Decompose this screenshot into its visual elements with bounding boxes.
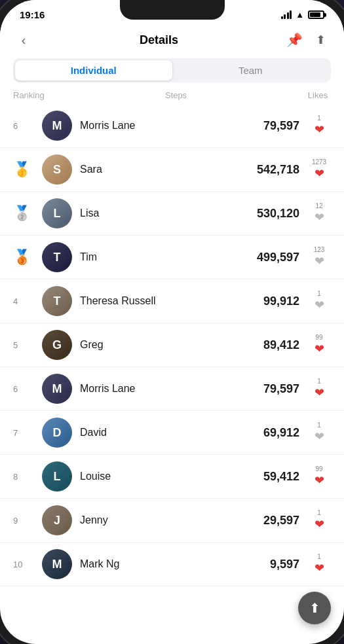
likes-area[interactable]: 1 ❤ (307, 378, 331, 400)
likes-count: 1 (317, 290, 321, 298)
likes-count: 99 (315, 465, 322, 473)
scroll-to-top-button[interactable]: ⬆ (298, 592, 331, 624)
heart-icon: ❤ (315, 473, 324, 488)
likes-area[interactable]: 99 ❤ (307, 465, 331, 488)
heart-icon: ❤ (315, 429, 324, 444)
nav-bar: ‹ Details 📌 ⬆ (0, 24, 344, 56)
heart-icon: ❤ (315, 210, 324, 224)
list-item: 9 J Jenny 29,597 1 ❤ (0, 499, 344, 543)
leaderboard-list: 6 M Morris Lane 79,597 1 ❤ 🥇 S Sara 542,… (0, 104, 344, 637)
avatar: L (42, 461, 72, 492)
tab-team[interactable]: Team (172, 60, 330, 80)
rank-number: 9 (13, 516, 18, 526)
avatar: M (42, 111, 72, 141)
heart-icon: ❤ (315, 517, 324, 531)
person-name: Mark Ng (80, 558, 254, 570)
battery-icon (308, 10, 324, 19)
avatar: M (42, 549, 72, 579)
rank-number: 10 (13, 560, 22, 569)
likes-area[interactable]: 99 ❤ (307, 334, 331, 356)
rank-area: 9 (13, 516, 42, 526)
avatar: M (42, 374, 72, 404)
likes-area[interactable]: 1 ❤ (307, 290, 331, 312)
rank-badge: 🥉 (13, 250, 31, 264)
rank-badge: 🥈 (13, 206, 31, 221)
list-item: 7 D David 69,912 1 ❤ (0, 411, 344, 455)
person-name: Jenny (80, 514, 254, 526)
list-item: 10 M Mark Ng 9,597 1 ❤ (0, 543, 344, 586)
steps-count: 79,597 (254, 119, 299, 133)
likes-count: 1273 (312, 158, 326, 166)
heart-icon: ❤ (315, 561, 324, 575)
page-title: Details (140, 33, 178, 47)
heart-icon: ❤ (315, 342, 324, 356)
rank-number: 6 (13, 384, 18, 394)
tab-individual[interactable]: Individual (15, 60, 172, 80)
share-button[interactable]: ⬆ (310, 29, 331, 50)
likes-count: 1 (317, 509, 321, 517)
rank-area: 4 (13, 296, 42, 306)
likes-area[interactable]: 1 ❤ (307, 509, 331, 531)
person-name: Greg (80, 339, 254, 351)
phone-shell: 19:16 ▲ ‹ Details 📌 ⬆ Individual Team (0, 0, 344, 644)
status-bar: 19:16 ▲ (0, 0, 344, 24)
likes-count: 1 (317, 115, 321, 122)
wifi-icon: ▲ (296, 10, 304, 20)
likes-count: 123 (314, 246, 325, 254)
col-header-steps: Steps (165, 90, 187, 100)
likes-area[interactable]: 123 ❤ (307, 246, 331, 268)
column-headers: Ranking Steps Likes (0, 89, 344, 104)
steps-count: 29,597 (254, 514, 299, 528)
likes-count: 1 (317, 553, 321, 561)
likes-area[interactable]: 1273 ❤ (307, 158, 331, 181)
likes-count: 12 (315, 202, 322, 210)
back-button[interactable]: ‹ (13, 29, 34, 50)
rank-area: 🥉 (13, 250, 42, 264)
steps-count: 499,597 (254, 251, 299, 264)
list-item: 8 L Louise 59,412 99 ❤ (0, 455, 344, 499)
likes-count: 1 (317, 421, 321, 429)
steps-count: 69,912 (254, 426, 299, 440)
likes-area[interactable]: 12 ❤ (307, 202, 331, 224)
rank-area: 7 (13, 428, 42, 438)
person-name: Tim (80, 251, 254, 263)
list-item: 🥈 L Lisa 530,120 12 ❤ (0, 192, 344, 236)
up-arrow-icon: ⬆ (309, 600, 320, 616)
steps-count: 79,597 (254, 382, 299, 396)
rank-area: 5 (13, 340, 42, 350)
rank-number: 7 (13, 428, 18, 438)
list-item: 🥉 T Tim 499,597 123 ❤ (0, 236, 344, 279)
list-item: 6 M Morris Lane 79,597 1 ❤ (0, 367, 344, 411)
steps-count: 542,718 (254, 163, 299, 177)
avatar: J (42, 505, 72, 535)
likes-area[interactable]: 1 ❤ (307, 421, 331, 444)
steps-count: 9,597 (254, 558, 299, 571)
rank-number: 5 (13, 340, 18, 350)
heart-icon: ❤ (315, 166, 324, 181)
rank-badge: 🥇 (13, 162, 31, 177)
steps-count: 89,412 (254, 338, 299, 352)
rank-area: 🥈 (13, 206, 42, 221)
likes-area[interactable]: 1 ❤ (307, 553, 331, 575)
heart-icon: ❤ (315, 385, 324, 400)
heart-icon: ❤ (315, 298, 324, 312)
person-name: Sara (80, 164, 254, 175)
rank-area: 🥇 (13, 162, 42, 177)
person-name: Theresa Russell (80, 295, 254, 307)
status-time: 19:16 (20, 9, 45, 20)
person-name: Lisa (80, 207, 254, 219)
avatar: L (42, 198, 72, 228)
likes-count: 1 (317, 378, 321, 385)
tab-bar: Individual Team (13, 58, 331, 82)
signal-bars-icon (281, 10, 292, 19)
heart-icon: ❤ (315, 122, 324, 137)
likes-area[interactable]: 1 ❤ (307, 115, 331, 137)
list-item: 4 T Theresa Russell 99,912 1 ❤ (0, 279, 344, 323)
rank-area: 8 (13, 472, 42, 482)
list-item: 6 M Morris Lane 79,597 1 ❤ (0, 104, 344, 148)
pin-button[interactable]: 📌 (284, 29, 305, 50)
col-header-likes: Likes (305, 90, 331, 100)
person-name: Louise (80, 471, 254, 482)
avatar: G (42, 330, 72, 360)
rank-area: 10 (13, 560, 42, 569)
